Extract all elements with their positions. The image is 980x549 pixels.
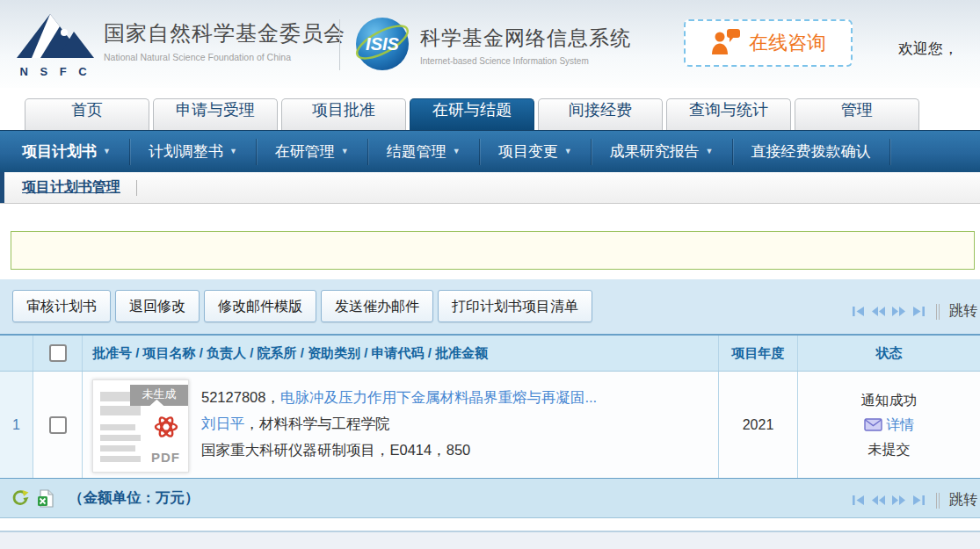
tab-home[interactable]: 首页 [25, 98, 149, 130]
project-text: 52127808，电脉冲及压力作用下金属材料晶界重熔与再凝固... 刘日平，材料… [201, 384, 597, 463]
menu-ongoing-management[interactable]: 在研管理 ▼ [257, 139, 368, 165]
svg-text:N S F C: N S F C [19, 65, 91, 78]
table-footer: （金额单位：万元） [0, 479, 980, 518]
toolbar-buttons: 审核计划书 退回修改 修改邮件模版 发送催办邮件 打印计划书项目清单 [12, 290, 592, 322]
department-text: ，材料科学与工程学院 [245, 415, 390, 431]
system-title-en: Internet-based Science Information Syste… [420, 56, 631, 66]
menu-direct-fund-confirm[interactable]: 直接经费拨款确认 [733, 139, 890, 165]
return-for-revision-button[interactable]: 退回修改 [115, 290, 200, 322]
row-number: 1 [0, 372, 33, 478]
message-box [11, 231, 975, 270]
status-notify-success: 通知成功 [798, 388, 980, 413]
menu-plan-adjustment[interactable]: 计划调整书 ▼ [130, 139, 257, 165]
next-page-icon[interactable] [891, 304, 906, 319]
pdf-thumbnail[interactable]: 未生成 PDF [92, 379, 189, 473]
header-checkbox-cell [33, 336, 83, 371]
pagination-bottom: 跳转 [851, 491, 977, 509]
last-page-icon[interactable] [911, 493, 926, 508]
project-info-cell: 未生成 PDF 52127808，电脉冲及压力作用下金属材料晶界重熔与再凝固..… [83, 372, 719, 478]
org-title-en: National Natural Science Foundation of C… [104, 52, 345, 62]
svg-text:ISIS: ISIS [366, 34, 399, 54]
jump-label[interactable]: 跳转 [949, 491, 977, 509]
row-checkbox-cell [33, 372, 83, 478]
project-title-link[interactable]: 电脉冲及压力作用下金属材料晶界重熔与再凝固... [280, 389, 597, 405]
first-page-icon[interactable] [851, 493, 866, 508]
tab-ongoing-conclusion[interactable]: 在研与结题 [410, 98, 534, 130]
dropdown-arrow-icon: ▼ [564, 148, 572, 155]
approval-number: 52127808， [201, 389, 280, 405]
row-checkbox[interactable] [49, 416, 67, 434]
menu-research-report[interactable]: 成果研究报告 ▼ [592, 139, 733, 165]
system-title-cn: 科学基金网络信息系统 [420, 25, 631, 52]
breadcrumb-link-plan-management[interactable]: 项目计划书管理 [22, 178, 120, 197]
org-title-cn: 国家自然科学基金委员会 [104, 19, 345, 47]
pdf-text-line [100, 435, 141, 441]
tab-indirect-funds[interactable]: 间接经费 [538, 98, 663, 130]
project-line1: 52127808，电脉冲及压力作用下金属材料晶界重熔与再凝固... [201, 384, 597, 410]
status-not-submitted: 未提交 [798, 437, 980, 462]
header-status-column: 状态 [798, 336, 980, 371]
tab-management[interactable]: 管理 [795, 98, 919, 130]
tab-query-statistics[interactable]: 查询与统计 [666, 98, 791, 130]
dropdown-arrow-icon: ▼ [229, 148, 237, 155]
envelope-icon [864, 418, 882, 431]
top-header: N S F C 国家自然科学基金委员会 National Natural Sci… [0, 0, 980, 88]
header-rownum-cell [0, 336, 33, 371]
review-plan-button[interactable]: 审核计划书 [12, 290, 111, 322]
amount-unit-note: （金额单位：万元） [69, 488, 200, 508]
project-line3: 国家重大科研仪器研制项目，E0414，850 [201, 437, 597, 463]
print-plan-list-button[interactable]: 打印计划书项目清单 [438, 290, 592, 322]
project-year: 2021 [719, 372, 798, 478]
detail-link[interactable]: 详情 [886, 417, 914, 432]
menu-project-change[interactable]: 项目变更 ▼ [480, 139, 592, 165]
main-tab-bar: 首页 申请与受理 项目批准 在研与结题 间接经费 查询与统计 管理 [0, 88, 980, 130]
tab-project-approval[interactable]: 项目批准 [281, 98, 406, 130]
last-page-icon[interactable] [911, 304, 926, 319]
dropdown-arrow-icon: ▼ [706, 148, 714, 155]
status-detail-line: 详情 [798, 413, 980, 437]
menu-label: 项目变更 [498, 141, 558, 162]
pdf-ungenerated-ribbon: 未生成 [130, 385, 188, 406]
menu-label: 直接经费拨款确认 [751, 141, 871, 162]
menu-conclusion-management[interactable]: 结题管理 ▼ [368, 139, 480, 165]
dropdown-arrow-icon: ▼ [103, 148, 111, 155]
pagination-top: 跳转 [851, 302, 977, 321]
table-header-row: 批准号 / 项目名称 / 负责人 / 院系所 / 资助类别 / 申请代码 / 批… [0, 336, 980, 372]
breadcrumb: 项目计划书管理 [0, 172, 980, 204]
menu-project-plan[interactable]: 项目计划书 ▼ [4, 139, 130, 165]
prev-page-icon[interactable] [871, 304, 886, 319]
sub-menu-bar: 项目计划书 ▼ 计划调整书 ▼ 在研管理 ▼ 结题管理 ▼ 项目变更 ▼ 成果研… [0, 130, 980, 172]
first-page-icon[interactable] [851, 304, 866, 319]
online-consult-label: 在线咨询 [749, 30, 826, 56]
online-consult-icon [710, 28, 742, 58]
page: N S F C 国家自然科学基金委员会 National Natural Sci… [0, 0, 980, 549]
excel-export-icon[interactable] [37, 489, 54, 508]
project-line2: 刘日平，材料科学与工程学院 [201, 410, 597, 437]
refresh-icon[interactable] [11, 489, 29, 507]
acrobat-pdf-icon [151, 412, 181, 442]
org-title-block: 国家自然科学基金委员会 National Natural Science Fou… [104, 19, 345, 62]
header-main-column: 批准号 / 项目名称 / 负责人 / 院系所 / 资助类别 / 申请代码 / 批… [83, 336, 719, 371]
pdf-text-line [100, 406, 141, 415]
online-consult-button[interactable]: 在线咨询 [684, 19, 853, 67]
isis-logo: ISIS [353, 13, 411, 73]
edit-mail-template-button[interactable]: 修改邮件模版 [204, 290, 316, 322]
system-title-block: 科学基金网络信息系统 Internet-based Science Inform… [420, 25, 631, 66]
next-page-icon[interactable] [891, 493, 906, 508]
prev-page-icon[interactable] [871, 493, 886, 508]
tab-apply-accept[interactable]: 申请与受理 [153, 98, 278, 130]
menu-label: 结题管理 [387, 141, 446, 162]
jump-label[interactable]: 跳转 [949, 302, 977, 321]
pdf-text-line [100, 424, 135, 430]
pager-divider [936, 493, 940, 509]
status-cell: 通知成功 详情 未提交 [798, 372, 980, 478]
send-reminder-mail-button[interactable]: 发送催办邮件 [321, 290, 433, 322]
menu-label: 在研管理 [275, 141, 335, 162]
toolbar: 审核计划书 退回修改 修改邮件模版 发送催办邮件 打印计划书项目清单 [0, 279, 980, 334]
leader-link[interactable]: 刘日平 [201, 415, 245, 431]
select-all-checkbox[interactable] [49, 344, 67, 362]
header-year-column: 项目年度 [719, 336, 798, 371]
menu-label: 项目计划书 [22, 141, 97, 162]
menu-label: 计划调整书 [149, 141, 223, 162]
menu-label: 成果研究报告 [610, 141, 700, 162]
